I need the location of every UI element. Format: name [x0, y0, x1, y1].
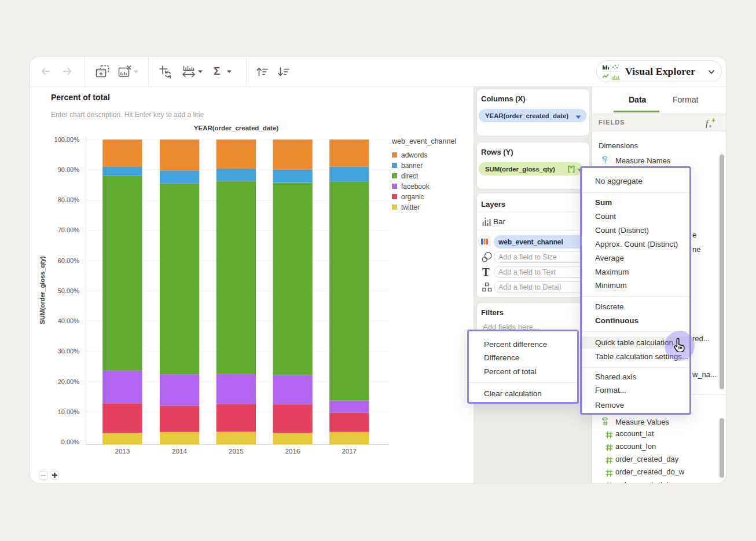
svg-text:web_event_channel: web_event_channel: [391, 137, 456, 145]
svg-text:banner: banner: [401, 162, 423, 170]
svg-text:SUM(order_gloss_qty): SUM(order_gloss_qty): [39, 256, 46, 324]
svg-text:2015: 2015: [229, 448, 244, 455]
svg-text:100.00%: 100.00%: [54, 136, 80, 143]
svg-text:70.00%: 70.00%: [58, 226, 80, 233]
svg-text:2014: 2014: [172, 448, 187, 455]
svg-text:10.00%: 10.00%: [58, 408, 80, 415]
svg-text:twitter: twitter: [401, 203, 420, 211]
svg-text:YEAR(order_created_date): YEAR(order_created_date): [194, 125, 279, 131]
svg-text:20.00%: 20.00%: [58, 378, 80, 385]
svg-text:adwords: adwords: [401, 151, 427, 159]
svg-text:40.00%: 40.00%: [58, 317, 80, 324]
svg-text:30.00%: 30.00%: [58, 348, 80, 354]
svg-text:90.00%: 90.00%: [58, 166, 80, 173]
svg-text:+: +: [711, 117, 715, 125]
svg-text:0.00%: 0.00%: [61, 438, 79, 445]
svg-text:organic: organic: [401, 193, 424, 201]
svg-text:2013: 2013: [115, 448, 130, 455]
svg-text:direct: direct: [401, 172, 419, 180]
svg-text:50.00%: 50.00%: [58, 287, 80, 294]
svg-text:60.00%: 60.00%: [58, 257, 80, 264]
svg-text:2017: 2017: [342, 448, 357, 455]
svg-text:80.00%: 80.00%: [58, 196, 80, 203]
svg-text:facebook: facebook: [401, 182, 430, 191]
svg-text:2016: 2016: [285, 448, 300, 455]
svg-text:f: f: [706, 119, 709, 128]
